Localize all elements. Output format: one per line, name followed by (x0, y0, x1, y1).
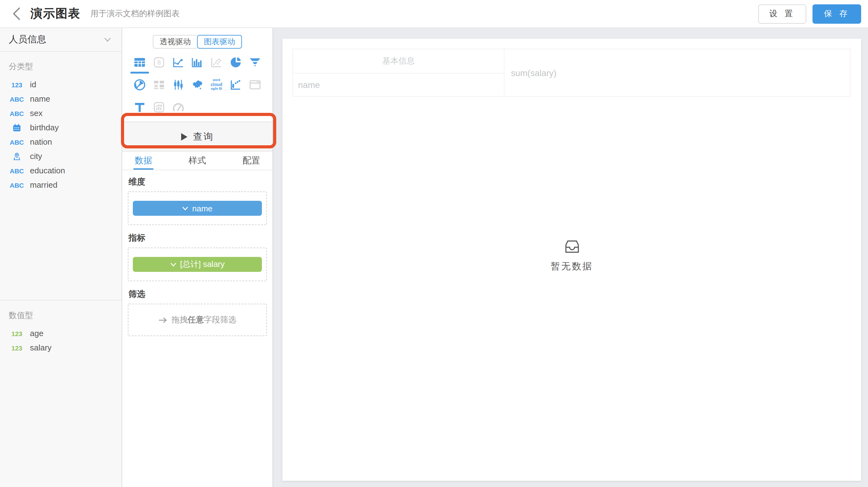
chart-type-word-cloud-icon[interactable]: word cloud agile BI (210, 79, 223, 91)
chart-type-web-frame-icon[interactable] (248, 79, 261, 91)
chart-type-scatter-icon[interactable] (210, 56, 223, 69)
chart-canvas-card: 基本信息 name sum(salary) 暂无数据 (282, 39, 861, 481)
field-row-age[interactable]: 123 age (0, 326, 122, 340)
metric-dropzone[interactable]: [总计] salary (128, 248, 267, 281)
mode-pivot-driven[interactable]: 透视驱动 (153, 35, 197, 49)
dataset-panel: 人员信息 分类型 123 id ABC name ABC sex (0, 28, 122, 487)
section-label-categorical: 分类型 (9, 61, 122, 72)
dimension-dropzone[interactable]: name (128, 191, 267, 225)
page-subtitle: 用于演示文档的样例图表 (90, 8, 180, 19)
chevron-down-icon (170, 262, 176, 267)
map-pin-icon (8, 152, 26, 160)
chart-type-combo-icon[interactable] (153, 101, 165, 114)
tab-data[interactable]: 数据 (133, 152, 153, 170)
chart-type-number-card-icon[interactable]: 8 (153, 56, 165, 69)
text-field-icon: ABC (8, 181, 26, 189)
table-row-header: name (293, 73, 505, 96)
text-field-icon: ABC (8, 138, 26, 146)
app-header: 演示图表 用于演示文档的样例图表 设 置 保 存 (0, 0, 868, 28)
field-row-city[interactable]: city (0, 149, 122, 163)
text-field-icon: ABC (8, 95, 26, 102)
field-row-id[interactable]: 123 id (0, 77, 122, 92)
section-label-numeric: 数值型 (9, 310, 122, 321)
chevron-down-icon (182, 206, 188, 210)
metric-label: 指标 (128, 233, 267, 244)
chart-type-waterfall-icon[interactable] (229, 79, 242, 91)
chart-type-custom-table-icon[interactable] (153, 79, 165, 91)
page-title: 演示图表 (31, 6, 81, 22)
empty-state: 暂无数据 (282, 239, 861, 273)
calendar-icon (8, 123, 26, 132)
settings-button[interactable]: 设 置 (758, 4, 807, 23)
builder-tabs: 数据 样式 配置 (122, 152, 273, 170)
field-row-sex[interactable]: ABC sex (0, 106, 122, 120)
chart-type-bar-icon[interactable] (191, 56, 204, 69)
text-field-icon: ABC (8, 110, 26, 117)
number-field-icon: 123 (8, 330, 26, 337)
chart-type-funnel-icon[interactable] (248, 56, 261, 69)
dataset-title: 人员信息 (9, 34, 46, 45)
chart-type-map-icon[interactable] (191, 79, 204, 91)
tab-config[interactable]: 配置 (241, 152, 261, 170)
table-group-header: 基本信息 (293, 49, 505, 73)
dataset-selector[interactable]: 人员信息 (0, 28, 122, 52)
canvas-area: 基本信息 name sum(salary) 暂无数据 (273, 28, 868, 487)
chart-type-candlestick-icon[interactable] (172, 79, 185, 91)
dimension-label: 维度 (128, 177, 267, 188)
field-row-nation[interactable]: ABC nation (0, 135, 122, 149)
back-button[interactable] (9, 6, 23, 22)
chart-type-table-icon[interactable] (134, 56, 146, 69)
chevron-left-icon (12, 7, 20, 21)
field-row-salary[interactable]: 123 salary (0, 340, 122, 355)
chart-type-line-icon[interactable] (172, 56, 185, 69)
app-window: 演示图表 用于演示文档的样例图表 设 置 保 存 人员信息 分类型 123 id… (0, 0, 868, 487)
chart-type-pie-icon[interactable] (229, 56, 242, 69)
number-field-icon: 123 (8, 344, 26, 352)
builder-panel: 透视驱动 图表驱动 8 (122, 28, 273, 487)
save-button[interactable]: 保 存 (813, 4, 861, 23)
arrow-right-icon (158, 316, 167, 323)
table-value-header: sum(salary) (505, 49, 850, 96)
field-row-married[interactable]: ABC married (0, 178, 122, 192)
dimension-chip-name[interactable]: name (133, 201, 262, 216)
field-row-birthday[interactable]: birthday (0, 120, 122, 135)
metric-chip-salary[interactable]: [总计] salary (133, 257, 262, 272)
number-field-icon: 123 (8, 81, 26, 88)
filter-label: 筛选 (128, 289, 267, 300)
empty-box-icon (564, 239, 580, 254)
field-row-education[interactable]: ABC education (0, 163, 122, 178)
chart-type-gauge-icon[interactable] (172, 101, 185, 114)
text-field-icon: ABC (8, 167, 26, 174)
mode-chart-driven[interactable]: 图表驱动 (197, 35, 242, 49)
svg-text:8: 8 (157, 59, 161, 66)
filter-dropzone[interactable]: 拖拽任意字段筛选 (128, 304, 267, 336)
chart-type-grid: 8 (122, 56, 273, 114)
query-button[interactable]: 查询 (122, 122, 273, 152)
empty-state-text: 暂无数据 (551, 261, 593, 273)
mode-switch: 透视驱动 图表驱动 (122, 35, 273, 49)
table-preview: 基本信息 name sum(salary) (292, 49, 850, 97)
numeric-section: 数值型 123 age 123 salary (0, 300, 122, 355)
play-icon (181, 132, 187, 141)
chart-type-rose-icon[interactable] (134, 79, 146, 91)
chevron-down-icon (103, 35, 112, 44)
chart-type-text-icon[interactable] (134, 101, 146, 114)
field-row-name[interactable]: ABC name (0, 92, 122, 106)
data-tab-content: 维度 name 指标 [总计] salary 筛选 (122, 170, 273, 336)
tab-style[interactable]: 样式 (187, 152, 207, 170)
